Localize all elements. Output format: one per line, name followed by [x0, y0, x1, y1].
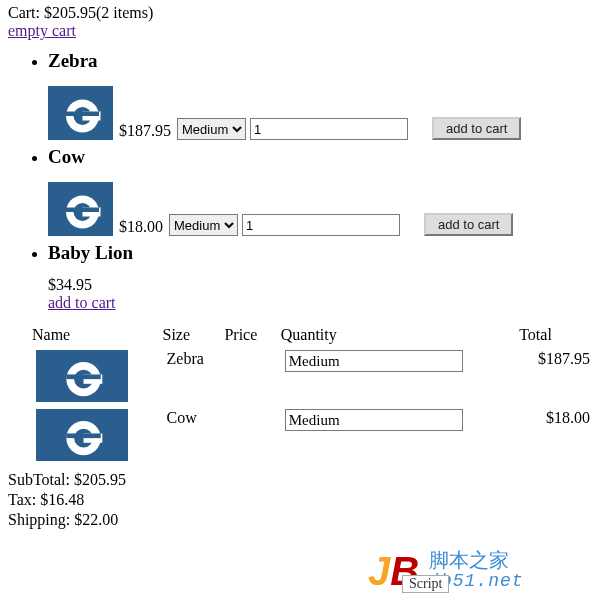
table-row: Zebra $187.95: [30, 348, 590, 407]
totals-block: SubTotal: $205.95 Tax: $16.48 Shipping: …: [8, 470, 603, 530]
product-item-cow: Cow $18.00 Medium add to cart: [48, 146, 603, 236]
product-image-icon: [48, 86, 113, 140]
col-total: Total: [517, 324, 590, 348]
product-title: Baby Lion: [48, 242, 133, 263]
size-select[interactable]: Medium: [177, 118, 246, 140]
cart-size-input[interactable]: [285, 409, 463, 431]
product-title: Cow: [48, 146, 85, 167]
product-item-zebra: Zebra $187.95 Medium add to cart: [48, 50, 603, 140]
cart-total: $205.95: [44, 4, 96, 21]
add-to-cart-button[interactable]: add to cart: [424, 213, 513, 236]
col-quantity: Quantity: [279, 324, 517, 348]
cart-item-total: $18.00: [517, 407, 590, 466]
quantity-input[interactable]: [242, 214, 400, 236]
product-image-icon: [36, 409, 128, 461]
product-price: $34.95: [48, 276, 603, 294]
quantity-input[interactable]: [250, 118, 408, 140]
subtotal-value: $205.95: [74, 471, 126, 488]
product-item-baby-lion: Baby Lion $34.95 add to cart: [48, 242, 603, 312]
tax-label: Tax:: [8, 491, 40, 508]
cart-item-name: Zebra: [161, 348, 223, 407]
size-select[interactable]: Medium: [169, 214, 238, 236]
tax-value: $16.48: [40, 491, 84, 508]
cart-item-total: $187.95: [517, 348, 590, 407]
product-price: $187.95: [119, 122, 171, 140]
cart-table: Name Size Price Quantity Total Zebra $18…: [30, 324, 590, 466]
product-title: Zebra: [48, 50, 98, 71]
subtotal-label: SubTotal:: [8, 471, 74, 488]
col-size: Size: [161, 324, 223, 348]
product-price: $18.00: [119, 218, 163, 236]
product-list: Zebra $187.95 Medium add to cart Cow $18…: [8, 50, 603, 312]
col-name: Name: [30, 324, 161, 348]
product-image-icon: [48, 182, 113, 236]
table-row: Cow $18.00: [30, 407, 590, 466]
empty-cart-link[interactable]: empty cart: [8, 22, 76, 39]
shipping-label: Shipping:: [8, 511, 74, 528]
cart-header-row: Name Size Price Quantity Total: [30, 324, 590, 348]
cart-item-name: Cow: [161, 407, 223, 466]
cart-size-input[interactable]: [285, 350, 463, 372]
cart-label: Cart:: [8, 4, 44, 21]
col-price: Price: [222, 324, 278, 348]
add-to-cart-button[interactable]: add to cart: [432, 117, 521, 140]
add-to-cart-link[interactable]: add to cart: [48, 294, 116, 311]
cart-header: Cart: $205.95(2 items): [8, 4, 603, 22]
product-image-icon: [36, 350, 128, 402]
cart-count: (2 items): [96, 4, 153, 21]
shipping-value: $22.00: [74, 511, 118, 528]
